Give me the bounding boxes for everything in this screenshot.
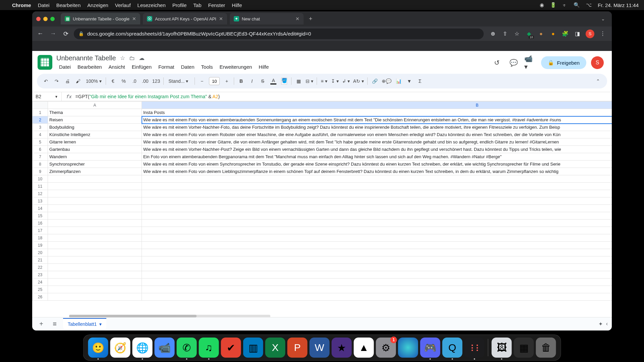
comments-icon[interactable]: 💬 xyxy=(507,57,520,69)
cloud-status-icon[interactable]: ☁ xyxy=(139,55,145,62)
row-header[interactable]: 12 xyxy=(33,190,48,197)
address-bar[interactable]: 🔒 docs.google.com/spreadsheets/d/1ayofh0… xyxy=(74,28,484,39)
fullscreen-window-button[interactable] xyxy=(50,17,55,21)
rotate-button[interactable]: A↻ ▾ xyxy=(352,76,365,86)
sheets-menu-bearbeiten[interactable]: Bearbeiten xyxy=(75,63,105,71)
row-header[interactable]: 13 xyxy=(33,197,48,205)
row-header[interactable]: 8 xyxy=(33,161,48,168)
cell-a25[interactable] xyxy=(48,286,142,293)
close-tab-icon[interactable]: ✕ xyxy=(219,16,223,21)
cell-b13[interactable] xyxy=(142,197,612,205)
dock-todoist[interactable]: ✔ xyxy=(221,338,241,358)
column-header-a[interactable]: A xyxy=(48,102,142,109)
fill-color-button[interactable]: 🪣 xyxy=(279,76,289,86)
cell-a12[interactable] xyxy=(48,190,142,197)
select-all-corner[interactable] xyxy=(33,102,48,109)
dock-excel[interactable]: X xyxy=(265,338,285,358)
wifi-icon[interactable]: 󠀠ᯤ xyxy=(562,2,568,8)
cell-b4[interactable]: Wie wäre es mit einem Foto von einem Rob… xyxy=(142,131,612,138)
cell-a8[interactable]: Synchronsprecher xyxy=(48,161,142,168)
row-header[interactable]: 23 xyxy=(33,271,48,279)
cell-a18[interactable] xyxy=(48,234,142,242)
comment-button[interactable]: ⊕💬 xyxy=(380,76,393,86)
merge-cells-button[interactable]: ⊟ ▾ xyxy=(304,76,315,86)
cell-a5[interactable]: Gitarre lernen xyxy=(48,138,142,146)
row-header[interactable]: 21 xyxy=(33,256,48,264)
row-header[interactable]: 7 xyxy=(33,153,48,161)
new-tab-button[interactable]: + xyxy=(306,15,315,22)
undo-button[interactable]: ↶ xyxy=(41,76,51,86)
cell-a17[interactable] xyxy=(48,227,142,234)
menu-hilfe[interactable]: Hilfe xyxy=(232,2,242,8)
cell-b9[interactable]: Wie wäre es mit einem Foto von deinem Li… xyxy=(142,168,612,175)
horizontal-scrollbar[interactable] xyxy=(69,315,270,317)
share-button[interactable]: 🔒 Freigeben xyxy=(541,56,586,69)
cell-b26[interactable] xyxy=(142,293,612,301)
cell-b2[interactable]: Wie wäre es mit einem Foto von einem ate… xyxy=(142,116,612,124)
history-icon[interactable]: ↺ xyxy=(491,57,503,69)
menu-anzeigen[interactable]: Anzeigen xyxy=(87,2,108,8)
row-header[interactable]: 26 xyxy=(33,293,48,301)
menu-lesezeichen[interactable]: Lesezeichen xyxy=(138,2,166,8)
cell-b17[interactable] xyxy=(142,227,612,234)
cell-b25[interactable] xyxy=(142,286,612,293)
explore-button[interactable]: ✦ xyxy=(598,321,603,327)
row-header[interactable]: 25 xyxy=(33,286,48,293)
row-header[interactable]: 19 xyxy=(33,242,48,249)
move-folder-icon[interactable]: 🗀 xyxy=(129,55,135,62)
row-header[interactable]: 15 xyxy=(33,212,48,220)
bold-button[interactable]: B xyxy=(236,76,246,86)
dock-imovie[interactable]: ★ xyxy=(332,338,352,358)
fontsize-input[interactable] xyxy=(209,77,220,85)
sheets-menu-einfuegen[interactable]: Einfügen xyxy=(129,63,154,71)
sidepanel-icon[interactable]: ◨ xyxy=(574,30,581,38)
sheet-tab-menu-icon[interactable]: ▾ xyxy=(99,321,102,327)
increase-fontsize-button[interactable]: + xyxy=(222,76,232,86)
row-header[interactable]: 1 xyxy=(33,109,48,116)
zoom-icon[interactable]: ⊕ xyxy=(489,30,496,38)
cell-b16[interactable] xyxy=(142,220,612,227)
cell-b21[interactable] xyxy=(142,256,612,264)
cell-a9[interactable]: Zimmerpflanzen xyxy=(48,168,142,175)
print-button[interactable]: 🖨 xyxy=(62,76,72,86)
increase-decimal-button[interactable]: .00 xyxy=(140,76,150,86)
font-select[interactable]: Stand... ▾ xyxy=(166,78,193,84)
sheets-menu-erweiterungen[interactable]: Erweiterungen xyxy=(217,63,255,71)
currency-button[interactable]: € xyxy=(108,76,118,86)
side-panel-toggle[interactable]: ‹ xyxy=(606,321,608,327)
wrap-button[interactable]: ↲ ▾ xyxy=(341,76,351,86)
row-header[interactable]: 14 xyxy=(33,205,48,212)
profile-avatar[interactable]: S xyxy=(586,29,594,38)
dock-word[interactable]: W xyxy=(310,338,330,358)
column-header-b[interactable]: B xyxy=(142,102,612,109)
cell-a10[interactable] xyxy=(48,175,142,183)
row-header[interactable]: 11 xyxy=(33,183,48,190)
minimize-window-button[interactable] xyxy=(43,17,48,21)
clock[interactable]: Fr. 24. März 11:44 xyxy=(598,2,639,8)
cell-b20[interactable] xyxy=(142,249,612,256)
functions-button[interactable]: Σ xyxy=(415,76,425,86)
dock-trello[interactable]: ▥ xyxy=(243,338,263,358)
chart-button[interactable]: 📊 xyxy=(393,76,404,86)
cell-a13[interactable] xyxy=(48,197,142,205)
browser-tab-newchat[interactable]: ✦ New chat ✕ xyxy=(230,13,304,24)
cell-b6[interactable]: Wie wäre es mit einem Vorher-Nachher-Pos… xyxy=(142,146,612,153)
sheets-menu-hilfe[interactable]: Hilfe xyxy=(256,63,271,71)
zoom-select[interactable]: 100% ▾ xyxy=(84,78,104,84)
row-header[interactable]: 2 xyxy=(33,116,48,124)
spotlight-icon[interactable]: 🔍 xyxy=(574,2,580,8)
dock-preview[interactable]: 🖼 xyxy=(492,338,512,358)
extension-2-icon[interactable]: ● xyxy=(537,30,545,38)
row-header[interactable]: 18 xyxy=(33,234,48,242)
all-sheets-button[interactable]: ≡ xyxy=(50,320,60,328)
borders-button[interactable]: ▦ xyxy=(293,76,304,86)
cell-b12[interactable] xyxy=(142,190,612,197)
cell-a15[interactable] xyxy=(48,212,142,220)
chrome-menu-icon[interactable]: ⋮ xyxy=(599,30,606,38)
row-header[interactable]: 24 xyxy=(33,279,48,286)
dock-whatsapp[interactable]: ✆ xyxy=(177,338,197,358)
dock-quicktime[interactable]: Q xyxy=(442,338,463,358)
dock-settings[interactable]: ⚙1 xyxy=(376,338,396,358)
row-header[interactable]: 6 xyxy=(33,146,48,153)
battery-icon[interactable]: 🔋 xyxy=(550,2,556,8)
